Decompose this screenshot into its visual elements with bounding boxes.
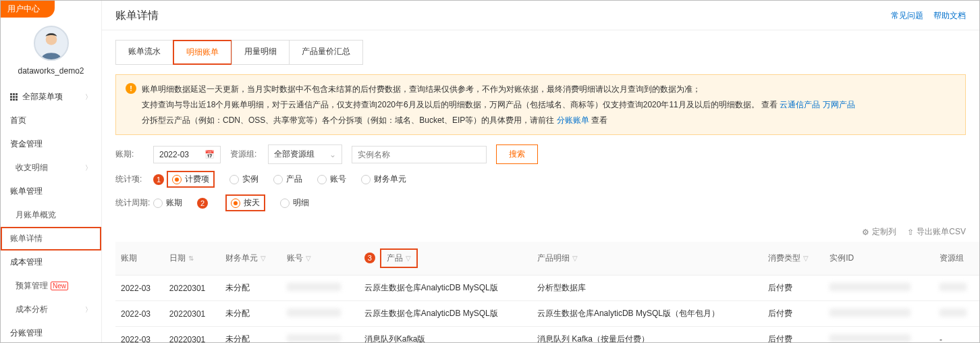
- radio-label: 按天: [244, 197, 260, 209]
- sidebar-brand: 用户中心: [1, 1, 55, 18]
- resource-group-label: 资源组:: [230, 149, 268, 160]
- sidebar-item-all-menu[interactable]: 全部菜单项 〉: [1, 85, 101, 109]
- sort-icon: ⇅: [188, 255, 194, 262]
- sidebar-item-bills[interactable]: 账单管理: [1, 180, 101, 203]
- cloud-comm-link[interactable]: 云通信产品: [780, 100, 820, 109]
- bill-table: 账期 日期⇅ 财务单元▽ 账号▽ 3 产品▽ 产品明细▽ 消费类型▽ 实例ID …: [115, 242, 979, 342]
- th-consume-type[interactable]: 消费类型▽: [763, 242, 824, 275]
- sidebar-item-label: 账单管理: [10, 186, 43, 197]
- table-row: 2022-0320220301未分配云原生数据仓库AnalyticDB MySQ…: [115, 275, 979, 301]
- cell-product-detail: 消息队列 Kafka（按量后付费）: [532, 327, 763, 342]
- cell-product: 云原生数据仓库AnalyticDB MySQL版: [359, 275, 532, 301]
- tab-product-summary[interactable]: 产品量价汇总: [289, 40, 363, 65]
- cell-product: 云原生数据仓库AnalyticDB MySQL版: [359, 301, 532, 327]
- sidebar-item-cost-analysis[interactable]: 成本分析〉: [1, 298, 101, 321]
- sidebar-item-budget[interactable]: 预算管理New: [1, 274, 101, 298]
- sidebar-item-funds[interactable]: 资金管理: [1, 132, 101, 156]
- search-button[interactable]: 搜索: [496, 144, 538, 164]
- sidebar-item-monthly-overview[interactable]: 月账单概览: [1, 203, 101, 227]
- calendar-icon: 📅: [205, 150, 215, 159]
- custom-columns-button[interactable]: ⚙定制列: [862, 226, 896, 238]
- split-bill-link[interactable]: 分账账单: [557, 115, 589, 125]
- tab-usage-detail[interactable]: 用量明细: [232, 40, 290, 65]
- cell-finance-unit: 未分配: [220, 327, 281, 342]
- resource-group-value: 全部资源组: [274, 149, 315, 160]
- tab-bill-flow[interactable]: 账单流水: [115, 40, 173, 65]
- table-toolbar: ⚙定制列 ⇧导出账单CSV: [102, 222, 979, 242]
- period-value: 2022-03: [159, 150, 189, 159]
- avatar-area: dataworks_demo2: [1, 18, 101, 81]
- radio-product[interactable]: 产品: [273, 174, 302, 185]
- radio-by-detail[interactable]: 明细: [280, 197, 309, 209]
- th-label: 消费类型: [768, 253, 800, 263]
- cell-resource-group: -: [934, 327, 979, 342]
- th-label: 日期: [169, 253, 186, 263]
- radio-account[interactable]: 账号: [317, 174, 346, 185]
- th-label: 账号: [287, 253, 303, 263]
- sidebar-item-label: 成本分析: [16, 304, 48, 315]
- period-label: 账期:: [115, 149, 153, 160]
- chevron-right-icon: 〉: [85, 163, 92, 173]
- info-icon: !: [126, 83, 136, 94]
- main-content: 账单详情 常见问题 帮助文档 账单流水 明细账单 用量明细 产品量价汇总 ! 账…: [102, 1, 979, 342]
- table-header-row: 账期 日期⇅ 财务单元▽ 账号▽ 3 产品▽ 产品明细▽ 消费类型▽ 实例ID …: [115, 242, 979, 275]
- cell-consume-type: 后付费: [763, 301, 824, 327]
- resource-group-select[interactable]: 全部资源组⌄: [268, 144, 342, 164]
- radio-finance-unit[interactable]: 财务单元: [361, 174, 406, 185]
- th-date[interactable]: 日期⇅: [164, 242, 220, 275]
- cell-account: [281, 301, 359, 327]
- cell-finance-unit: 未分配: [220, 301, 281, 327]
- filter-icon: ▽: [572, 255, 578, 262]
- chevron-down-icon: ⌄: [329, 150, 336, 159]
- sidebar-item-label: 月账单概览: [16, 209, 56, 221]
- wanwang-link[interactable]: 万网产品: [823, 100, 855, 109]
- th-label: 产品明细: [537, 253, 570, 263]
- th-account[interactable]: 账号▽: [281, 242, 359, 275]
- docs-link[interactable]: 帮助文档: [933, 11, 966, 20]
- cell-consume-type: 后付费: [763, 275, 824, 301]
- faq-link[interactable]: 常见问题: [891, 11, 923, 20]
- cell-period: 2022-03: [115, 275, 164, 301]
- callout-badge-2: 2: [197, 198, 208, 209]
- sidebar-item-income-expense[interactable]: 收支明细〉: [1, 156, 101, 180]
- sidebar-item-label: 成本管理: [10, 257, 43, 268]
- radio-label: 账号: [330, 174, 346, 185]
- avatar: [34, 26, 69, 61]
- th-finance-unit[interactable]: 财务单元▽: [220, 242, 281, 275]
- cell-date: 20220301: [164, 275, 220, 301]
- sidebar-item-home[interactable]: 首页: [1, 109, 101, 132]
- export-csv-button[interactable]: ⇧导出账单CSV: [907, 226, 966, 238]
- alert-text: 分拆型云产品（例如：CDN、OSS、共享带宽等）各个分拆项（例如：域名、Buck…: [142, 115, 557, 125]
- radio-instance[interactable]: 实例: [229, 174, 258, 185]
- th-product[interactable]: 产品▽: [380, 248, 418, 268]
- th-resource-group[interactable]: 资源组: [934, 242, 979, 275]
- cell-resource-group: [934, 301, 979, 327]
- filter-icon: ▽: [261, 255, 266, 262]
- page-title-row: 账单详情 常见问题 帮助文档: [102, 1, 979, 30]
- radio-by-day[interactable]: 按天: [225, 194, 265, 211]
- cell-finance-unit: 未分配: [220, 275, 281, 301]
- th-product-detail[interactable]: 产品明细▽: [532, 242, 763, 275]
- table-row: 2022-0320220301未分配云原生数据仓库AnalyticDB MySQ…: [115, 301, 979, 327]
- radio-label: 账期: [166, 197, 182, 209]
- radio-by-period[interactable]: 账期: [153, 197, 182, 209]
- period-input[interactable]: 2022-03📅: [153, 146, 221, 163]
- sidebar-item-cost[interactable]: 成本管理: [1, 250, 101, 274]
- alert-text: 查看: [589, 115, 607, 125]
- instance-name-input[interactable]: [352, 146, 487, 163]
- sidebar-item-label: 全部菜单项: [22, 91, 63, 103]
- sidebar: 用户中心 dataworks_demo2 全部菜单项 〉 首页 资金管理 收支明…: [1, 1, 102, 342]
- new-badge: New: [51, 282, 68, 290]
- tab-detail-bill[interactable]: 明细账单: [173, 40, 232, 65]
- th-instance-id[interactable]: 实例ID: [824, 242, 934, 275]
- sidebar-item-bill-detail[interactable]: 账单详情: [1, 227, 101, 250]
- cell-product-detail: 云原生数据仓库AnalyticDB MySQL版（包年包月）: [532, 301, 763, 327]
- th-period[interactable]: 账期: [115, 242, 164, 275]
- username: dataworks_demo2: [18, 66, 84, 76]
- cell-account: [281, 327, 359, 342]
- radio-billing-item[interactable]: 计费项: [167, 171, 215, 188]
- sidebar-nav: 全部菜单项 〉 首页 资金管理 收支明细〉 账单管理 月账单概览 账单详情 成本…: [1, 81, 101, 343]
- sidebar-item-split[interactable]: 分账管理: [1, 321, 101, 343]
- help-links: 常见问题 帮助文档: [883, 10, 966, 22]
- radio-label: 产品: [286, 174, 302, 185]
